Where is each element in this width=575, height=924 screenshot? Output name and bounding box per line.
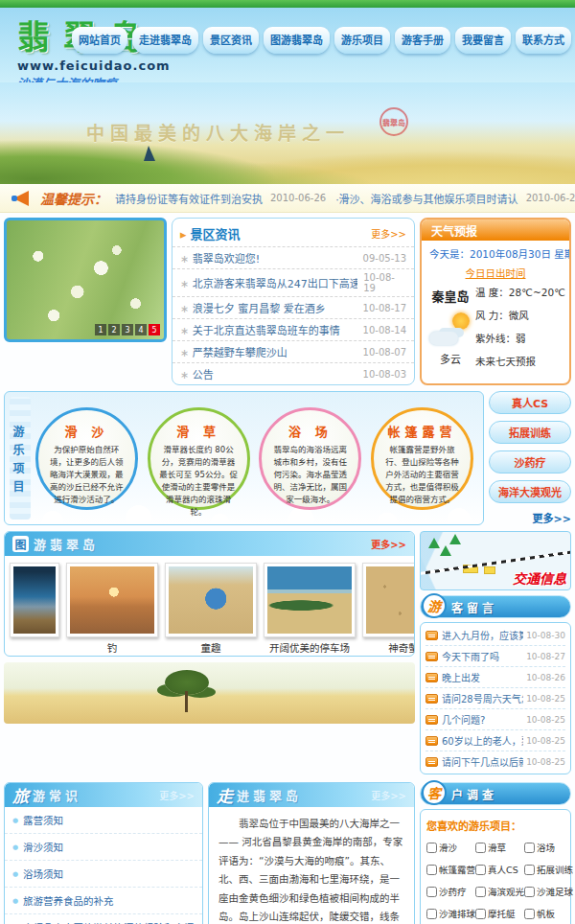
tips-more-link[interactable]: 更多>> <box>159 788 195 802</box>
news-row[interactable]: 严禁越野车攀爬沙山 10-08-07 <box>172 340 414 362</box>
nav-item-home[interactable]: 网站首页 <box>72 27 127 54</box>
notice-item[interactable]: 请持身份证等有效证件到治安执 <box>115 191 263 206</box>
survey-option-checkbox[interactable] <box>524 865 535 875</box>
survey-option[interactable]: 帆板 <box>524 907 573 920</box>
tip-row[interactable]: 滑沙须知 <box>5 834 202 861</box>
tip-row[interactable]: 露营须知 <box>5 807 202 834</box>
news-row[interactable]: 浪漫七夕 蜜月昌黎 爱在酒乡 10-08-17 <box>172 296 414 318</box>
activity-circle-yuchang[interactable]: 浴 场 翡翠岛的海浴场远离城市和乡村，没有任何污染。海水晶莹透明、洁净无比，属国… <box>259 407 361 510</box>
survey-option-checkbox[interactable] <box>426 843 437 853</box>
slideshow-page-button[interactable]: 3 <box>122 324 133 335</box>
button-guanguang[interactable]: 海洋大漠观光 <box>489 480 571 503</box>
survey-option[interactable]: 沙药疗 <box>426 885 475 898</box>
message-row[interactable]: 请问28号周六天气怎... 10-08-25 <box>426 688 565 709</box>
survey-option[interactable]: 滑草 <box>475 841 524 854</box>
gallery-photo[interactable]: 童趣 <box>165 563 257 655</box>
notice-item[interactable]: ·滑沙、海浴或参与其他娱乐项目时请认 <box>335 191 518 206</box>
survey-option-checkbox[interactable] <box>475 843 486 853</box>
nav-item-gallery[interactable]: 图游翡翠岛 <box>264 27 330 54</box>
news-row[interactable]: 公告 10-08-03 <box>172 362 414 384</box>
message-row[interactable]: 几个问题? 10-08-25 <box>426 709 565 730</box>
tip-row[interactable]: 浴场须知 <box>5 861 202 888</box>
traffic-info-map[interactable]: 交通信息 <box>420 531 571 590</box>
nav-item-contact[interactable]: 联系方式 <box>516 27 571 54</box>
message-row[interactable]: 今天下雨了吗 10-08-27 <box>426 646 565 667</box>
activities-more-link[interactable]: 更多>> <box>489 510 571 525</box>
slideshow-page-button[interactable]: 1 <box>95 324 106 335</box>
tip-row[interactable]: 旅游营养食品的补充 <box>5 888 202 914</box>
survey-question: 您喜欢的游乐项目： <box>426 818 564 833</box>
main-nav: 网站首页 走进翡翠岛 景区资讯 图游翡翠岛 游乐项目 游客手册 我要留言 联系方… <box>72 27 571 54</box>
survey-option[interactable]: 真人CS <box>475 863 524 876</box>
survey-option[interactable]: 沙滩排球 <box>426 907 475 920</box>
survey-option[interactable]: 沙滩足球 <box>524 885 573 898</box>
survey-option[interactable]: 拓展训练 <box>524 863 573 876</box>
news-more-link[interactable]: 更多>> <box>371 226 406 241</box>
survey-option-checkbox[interactable] <box>475 909 486 919</box>
row-top: 1 2 3 4 5 景区资讯 更多>> 翡翠岛欢迎您! 09-05-13 北京游… <box>4 218 571 385</box>
slideshow-page-button[interactable]: 4 <box>135 324 147 335</box>
message-row[interactable]: 请问下午几点以后就接... 10-08-25 <box>426 751 565 772</box>
slideshow-page-button[interactable]: 2 <box>108 324 120 335</box>
speech-bubble-icon <box>426 673 438 682</box>
nav-item-news[interactable]: 景区资讯 <box>203 27 259 54</box>
weather-title: 天气预报 <box>422 219 569 241</box>
survey-option[interactable]: 帐篷露营 <box>426 863 475 876</box>
message-row[interactable]: 晚上出发 10-08-26 <box>426 667 565 688</box>
survey-option-checkbox[interactable] <box>426 909 437 919</box>
slideshow-pager: 1 2 3 4 5 <box>95 324 160 335</box>
seven-day-forecast-link[interactable]: 未来七天预报 <box>475 354 565 368</box>
gallery-photo[interactable]: 神奇蟹 <box>362 563 414 655</box>
weather-body: 今天是：2010年08月30日 星期一 今日日出时间 秦皇岛 多云 温 度：28… <box>422 241 569 382</box>
site-header: 翡翠岛 www.feicuidao.com 沙漠与大海的吻痕 网站首页 走进翡翠… <box>0 8 575 82</box>
activity-circle-huasha[interactable]: 滑 沙 为保护原始自然环境，让更多的后人领略海洋大漠景观，最高的沙丘已经不允许进… <box>35 407 138 510</box>
news-row[interactable]: 北京游客来翡翠岛从247出口下高速 10-08-19 <box>172 268 414 296</box>
survey-header: 客 户调查 <box>420 782 571 805</box>
survey-option-checkbox[interactable] <box>524 909 535 919</box>
photo-slideshow[interactable]: 1 2 3 4 5 <box>4 218 167 342</box>
about-more-link[interactable]: 更多>> <box>371 788 406 802</box>
slideshow-page-button-active[interactable]: 5 <box>149 324 160 335</box>
message-row[interactable]: 60岁以上的老人，票... 10-08-25 <box>426 730 565 751</box>
gallery-photo[interactable]: 钓 <box>66 563 158 655</box>
survey-option[interactable]: 摩托艇 <box>475 907 524 920</box>
button-cs[interactable]: 真人CS <box>489 391 571 414</box>
news-title: 景区资讯 <box>180 224 241 243</box>
button-shaliao[interactable]: 沙药疗 <box>489 450 571 474</box>
message-row[interactable]: 进入九月份，应该算淡... 10-08-30 <box>426 625 565 646</box>
survey-title: 户调查 <box>451 786 497 802</box>
speech-bubble-icon <box>426 715 438 725</box>
travel-tips-panel: 旅 游常识 更多>> 露营须知 滑沙须知 浴场须知 旅游营养食品的补充 介绍几点… <box>4 782 203 924</box>
megaphone-icon <box>10 188 34 209</box>
survey-option-checkbox[interactable] <box>475 865 486 875</box>
survey-option[interactable]: 浴场 <box>524 841 573 854</box>
activity-circle-camping[interactable]: 帐篷露营 帐篷露营是野外旅行、登山探险等各种户外活动的主要宿营方式，也是值得积极… <box>371 407 473 510</box>
activity-buttons: 真人CS 拓展训练 沙药疗 海洋大漠观光 更多>> <box>489 391 571 525</box>
gallery-more-link[interactable]: 更多>> <box>371 537 406 551</box>
activity-circle-huacao[interactable]: 滑 草 滑草器长度约 80公分，竞赛用的滑草器最长可至 95公分。促使滑动的主要… <box>148 407 250 510</box>
survey-option-checkbox[interactable] <box>426 887 437 897</box>
survey-options: 滑沙 滑草 浴场 帐篷露营 真人CS 拓展训练 沙药疗 海滨观光 沙滩足球 沙滩… <box>426 841 564 924</box>
survey-option-checkbox[interactable] <box>524 887 535 897</box>
news-row[interactable]: 关于北京直达翡翠岛班车的事情 10-08-14 <box>172 318 414 340</box>
survey-option[interactable]: 滑沙 <box>426 841 475 854</box>
sunrise-time-link[interactable]: 今日日出时间 <box>429 266 562 280</box>
survey-option-checkbox[interactable] <box>426 865 437 875</box>
nav-item-guide[interactable]: 游客手册 <box>395 27 450 54</box>
survey-option[interactable]: 海滨观光 <box>475 885 524 898</box>
nav-item-activities[interactable]: 游乐项目 <box>334 27 390 54</box>
sailboat-icon <box>144 146 155 161</box>
nav-item-message[interactable]: 我要留言 <box>455 27 511 54</box>
map-mountain-icon <box>440 545 451 556</box>
survey-option-checkbox[interactable] <box>475 887 486 897</box>
gallery-photo[interactable] <box>10 563 59 655</box>
map-mountain-icon <box>428 538 440 548</box>
gallery-photo[interactable]: 开阔优美的停车场 <box>264 563 356 655</box>
row-activities: 游乐项目 滑 沙 为保护原始自然环境，让更多的后人领略海洋大漠景观，最高的沙丘已… <box>4 391 571 525</box>
survey-form: 您喜欢的游乐项目： 滑沙 滑草 浴场 帐篷露营 真人CS 拓展训练 沙药疗 海滨… <box>420 809 571 924</box>
button-tuozhan[interactable]: 拓展训练 <box>489 421 571 444</box>
survey-option-checkbox[interactable] <box>524 843 535 853</box>
nav-item-about-island[interactable]: 走进翡翠岛 <box>132 27 198 54</box>
news-row[interactable]: 翡翠岛欢迎您! 09-05-13 <box>172 246 414 268</box>
tip-row[interactable]: 介绍几点出国旅游前换汇的经验和窍门 <box>5 914 202 924</box>
